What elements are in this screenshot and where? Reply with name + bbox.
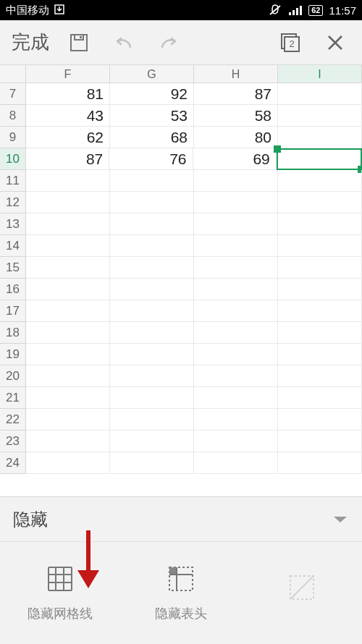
row-header[interactable]: 20 [0, 365, 26, 387]
column-header[interactable]: G [110, 65, 194, 83]
cell[interactable] [278, 279, 362, 300]
row-header[interactable]: 11 [0, 170, 26, 192]
cell[interactable] [278, 365, 362, 387]
cell[interactable] [278, 235, 362, 257]
cell[interactable] [278, 452, 362, 474]
cell[interactable] [26, 170, 110, 192]
cell[interactable] [194, 344, 278, 365]
cell[interactable]: 69 [193, 148, 277, 170]
column-header[interactable]: I [278, 65, 362, 83]
cell[interactable] [194, 192, 278, 213]
cell[interactable] [26, 409, 110, 431]
undo-button[interactable] [101, 20, 146, 65]
cell[interactable]: 76 [109, 148, 193, 170]
cell[interactable]: 68 [110, 127, 194, 148]
cell[interactable] [194, 452, 278, 474]
cell[interactable] [110, 431, 194, 452]
cell[interactable]: 87 [26, 148, 109, 170]
cell[interactable] [110, 192, 194, 213]
cell[interactable] [26, 213, 110, 235]
cell[interactable] [26, 322, 110, 344]
cell[interactable] [26, 279, 110, 300]
cell[interactable] [110, 344, 194, 365]
cell[interactable] [278, 170, 362, 192]
cell[interactable] [26, 192, 110, 213]
cell[interactable] [278, 127, 362, 148]
cell[interactable] [110, 365, 194, 387]
cell[interactable] [278, 322, 362, 344]
cell[interactable] [110, 213, 194, 235]
cell[interactable] [194, 431, 278, 452]
row-header[interactable]: 24 [0, 452, 26, 474]
cell[interactable] [26, 344, 110, 365]
save-button[interactable] [56, 20, 101, 65]
cell[interactable] [194, 365, 278, 387]
cell[interactable] [26, 365, 110, 387]
cell[interactable] [26, 300, 110, 322]
corner-cell[interactable] [0, 65, 26, 83]
done-button[interactable]: 完成 [4, 30, 56, 55]
cell[interactable] [194, 213, 278, 235]
row-header[interactable]: 10 [0, 148, 26, 170]
cell[interactable] [278, 431, 362, 452]
cell[interactable] [26, 431, 110, 452]
cell[interactable] [110, 387, 194, 409]
row-header[interactable]: 14 [0, 235, 26, 257]
redo-button[interactable] [146, 20, 191, 65]
cell[interactable] [278, 257, 362, 279]
hide-gridlines-button[interactable]: 隐藏网格线 [0, 542, 121, 643]
cell[interactable] [110, 409, 194, 431]
cell[interactable] [194, 322, 278, 344]
cell[interactable]: 53 [110, 105, 194, 127]
row-header[interactable]: 18 [0, 322, 26, 344]
cell[interactable] [278, 300, 362, 322]
row-header[interactable]: 7 [0, 83, 26, 105]
row-header[interactable]: 15 [0, 257, 26, 279]
cell[interactable]: 81 [26, 83, 110, 105]
hide-headers-button[interactable]: 隐藏表头 [121, 542, 242, 643]
cell[interactable] [26, 257, 110, 279]
row-header[interactable]: 9 [0, 127, 26, 148]
cell[interactable] [110, 322, 194, 344]
cell[interactable] [278, 344, 362, 365]
cell[interactable] [194, 409, 278, 431]
cell[interactable] [194, 235, 278, 257]
cell[interactable] [110, 170, 194, 192]
cell[interactable]: 92 [110, 83, 194, 105]
close-button[interactable] [313, 20, 358, 65]
cell[interactable] [110, 235, 194, 257]
cell[interactable] [278, 213, 362, 235]
cell[interactable]: 58 [194, 105, 278, 127]
cell[interactable]: 80 [194, 127, 278, 148]
cell[interactable] [26, 387, 110, 409]
row-header[interactable]: 17 [0, 300, 26, 322]
sheets-button[interactable]: 2 [268, 20, 313, 65]
cell[interactable]: 62 [26, 127, 110, 148]
cell[interactable] [278, 192, 362, 213]
column-header[interactable]: H [194, 65, 278, 83]
cell[interactable] [194, 300, 278, 322]
cell[interactable] [26, 452, 110, 474]
cell[interactable] [110, 279, 194, 300]
panel-header[interactable]: 隐藏 [0, 497, 362, 542]
row-header[interactable]: 23 [0, 431, 26, 452]
row-header[interactable]: 16 [0, 279, 26, 300]
cell[interactable]: 43 [26, 105, 110, 127]
cell[interactable] [110, 452, 194, 474]
cell[interactable] [110, 300, 194, 322]
row-header[interactable]: 19 [0, 344, 26, 365]
cell[interactable] [278, 387, 362, 409]
cell[interactable] [194, 279, 278, 300]
cell[interactable] [26, 235, 110, 257]
cell[interactable] [278, 409, 362, 431]
cell[interactable]: 87 [194, 83, 278, 105]
row-header[interactable]: 21 [0, 387, 26, 409]
cell[interactable] [278, 83, 362, 105]
column-header[interactable]: F [26, 65, 110, 83]
cell[interactable] [278, 105, 362, 127]
row-header[interactable]: 22 [0, 409, 26, 431]
cell[interactable] [194, 170, 278, 192]
cell[interactable] [194, 387, 278, 409]
cell[interactable] [277, 148, 362, 170]
row-header[interactable]: 8 [0, 105, 26, 127]
